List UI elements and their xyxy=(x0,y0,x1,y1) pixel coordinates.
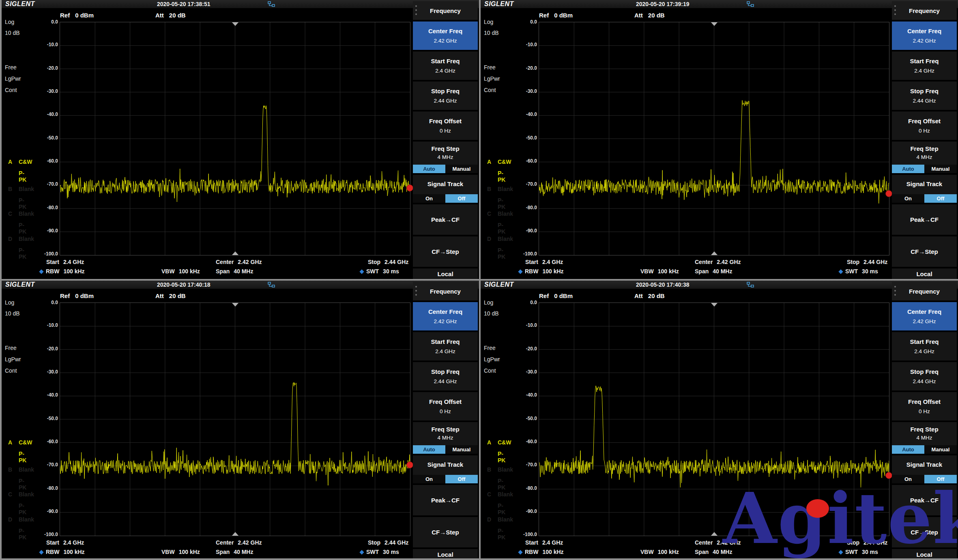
datetime-display: 2020-05-20 17:40:38 xyxy=(636,281,690,288)
softkey-freq-step[interactable]: Freq Step 4 MHz Auto Manual xyxy=(413,142,478,173)
trace-d-id: D xyxy=(8,236,12,242)
y-axis-tick: 0.0 xyxy=(24,19,58,25)
softkey-signal-track[interactable]: Signal Track On Off xyxy=(413,175,478,203)
softkey-start-freq[interactable]: Start Freq 2.4 GHz xyxy=(413,51,478,80)
att-label: Att xyxy=(634,12,643,19)
softkey-local[interactable]: Local xyxy=(413,549,478,558)
center-label: Center xyxy=(216,259,234,265)
softkey-peak-to-cf[interactable]: Peak→CF xyxy=(413,485,478,515)
freq-step-manual-button[interactable]: Manual xyxy=(445,165,478,173)
y-axis-tick: -30.0 xyxy=(24,88,58,94)
vbw-readout: VBW100 kHz xyxy=(640,268,679,275)
datetime-display: 2020-05-20 17:38:51 xyxy=(157,1,211,7)
spectrum-analyzer-screen: SIGLENT 2020-05-20 17:40:18 Ref0 dBm Att… xyxy=(2,281,479,558)
freq-step-manual-button[interactable]: Manual xyxy=(445,445,478,454)
coupling-diamond-icon xyxy=(838,269,843,274)
trace-c-detector: P-PK xyxy=(19,222,26,235)
center-value: 2.42 GHz xyxy=(238,539,262,546)
start-freq-value: 2.4 GHz xyxy=(435,348,455,354)
coupling-diamond-icon xyxy=(518,269,522,274)
freq-step-value: 4 MHz xyxy=(437,154,453,160)
softkey-start-freq[interactable]: Start Freq 2.4 GHz xyxy=(413,332,478,360)
softkey-freq-step[interactable]: Freq Step 4 MHz Auto Manual xyxy=(413,422,478,454)
softkey-local[interactable]: Local xyxy=(413,268,478,279)
freq-step-auto-button[interactable]: Auto xyxy=(413,165,445,173)
softkey-start-freq[interactable]: Start Freq 2.4 GHz xyxy=(892,51,957,80)
signal-track-off-button[interactable]: Off xyxy=(445,194,478,203)
freq-step-label: Freq Step xyxy=(910,145,938,152)
signal-track-on-button[interactable]: On xyxy=(413,194,445,203)
y-axis-tick: 0.0 xyxy=(24,300,58,305)
center-freq-readout: Center2.42 GHz xyxy=(216,539,262,546)
start-freq-readout: Start2.4 GHz xyxy=(46,539,84,546)
rbw-readout: RBW100 kHz xyxy=(519,268,564,275)
y-axis-tick: -40.0 xyxy=(24,392,58,398)
signal-track-on-button[interactable]: On xyxy=(892,194,924,203)
freq-step-auto-button[interactable]: Auto xyxy=(413,445,445,454)
trace-d-mode: Blank xyxy=(498,236,513,242)
titlebar: SIGLENT 2020-05-20 17:39:19 xyxy=(481,0,958,8)
freq-step-manual-button[interactable]: Manual xyxy=(924,165,957,173)
softkey-stop-freq[interactable]: Stop Freq 2.44 GHz xyxy=(413,362,478,390)
softkey-center-freq[interactable]: Center Freq 2.42 GHz xyxy=(413,21,478,50)
softkey-center-freq[interactable]: Center Freq 2.42 GHz xyxy=(892,302,957,330)
y-axis-tick: -20.0 xyxy=(503,346,537,352)
softkey-peak-to-cf[interactable]: Peak→CF xyxy=(892,204,957,235)
freq-step-value: 4 MHz xyxy=(916,435,932,441)
center-freq-marker-bottom-icon xyxy=(232,251,238,255)
menu-grip-dots xyxy=(894,5,896,15)
center-freq-label: Center Freq xyxy=(907,308,941,315)
span-value: 40 MHz xyxy=(234,549,253,555)
softkey-stop-freq[interactable]: Stop Freq 2.44 GHz xyxy=(892,362,957,390)
freq-offset-label: Freq Offset xyxy=(429,118,462,124)
center-value: 2.42 GHz xyxy=(717,259,741,265)
softkey-stop-freq[interactable]: Stop Freq 2.44 GHz xyxy=(892,82,957,110)
signal-track-on-button[interactable]: On xyxy=(413,475,445,483)
freq-step-auto-button[interactable]: Auto xyxy=(892,165,924,173)
softkey-cf-to-step[interactable]: CF→Step xyxy=(892,236,957,267)
swt-label: SWT xyxy=(366,268,379,275)
softkey-center-freq[interactable]: Center Freq 2.42 GHz xyxy=(413,302,478,330)
freq-step-auto-button[interactable]: Auto xyxy=(892,445,924,454)
softkey-cf-to-step[interactable]: CF→Step xyxy=(413,236,478,267)
softkey-center-freq[interactable]: Center Freq 2.42 GHz xyxy=(892,21,957,50)
softkey-freq-offset[interactable]: Freq Offset 0 Hz xyxy=(892,392,957,421)
attenuation: Att20 dB xyxy=(634,12,665,20)
softkey-local[interactable]: Local xyxy=(892,268,957,279)
start-label: Start xyxy=(46,539,59,546)
softkey-menu: Frequency Center Freq 2.42 GHz Start Fre… xyxy=(892,1,957,279)
softkey-menu: Frequency Center Freq 2.42 GHz Start Fre… xyxy=(413,1,478,279)
center-freq-marker-bottom-icon xyxy=(711,251,717,255)
vbw-value: 100 kHz xyxy=(179,549,200,555)
center-value: 2.42 GHz xyxy=(238,259,262,265)
menu-grip-dots xyxy=(415,286,417,296)
softkey-freq-step[interactable]: Freq Step 4 MHz Auto Manual xyxy=(892,422,957,454)
signal-track-off-button[interactable]: Off xyxy=(924,194,957,203)
softkey-freq-offset[interactable]: Freq Offset 0 Hz xyxy=(413,112,478,140)
spectrum-plot xyxy=(60,22,410,255)
trace-b-id: B xyxy=(487,466,491,473)
softkey-start-freq[interactable]: Start Freq 2.4 GHz xyxy=(892,332,957,360)
sweep-position-dot-icon xyxy=(406,461,413,468)
trace-b-mode: Blank xyxy=(19,186,34,192)
softkey-signal-track[interactable]: Signal Track On Off xyxy=(413,455,478,483)
trace-d-id: D xyxy=(487,516,491,523)
local-label: Local xyxy=(916,270,932,277)
y-axis-tick: -20.0 xyxy=(503,65,537,71)
sweep-position-dot-icon xyxy=(406,185,413,191)
softkey-stop-freq[interactable]: Stop Freq 2.44 GHz xyxy=(413,82,478,110)
coupling-diamond-icon xyxy=(39,550,43,554)
softkey-menu: Frequency Center Freq 2.42 GHz Start Fre… xyxy=(413,282,478,558)
signal-track-off-button[interactable]: Off xyxy=(445,475,478,483)
start-label: Start xyxy=(525,259,538,265)
softkey-freq-offset[interactable]: Freq Offset 0 Hz xyxy=(413,392,478,421)
amplitude-scale-label: Log xyxy=(484,299,493,306)
softkey-cf-to-step[interactable]: CF→Step xyxy=(413,517,478,547)
softkey-signal-track[interactable]: Signal Track On Off xyxy=(892,175,957,203)
softkey-peak-to-cf[interactable]: Peak→CF xyxy=(413,204,478,235)
y-axis-tick: -10.0 xyxy=(24,42,58,47)
softkey-freq-offset[interactable]: Freq Offset 0 Hz xyxy=(892,112,957,140)
freq-step-manual-button[interactable]: Manual xyxy=(924,445,957,454)
trace-b-detector: P-PK xyxy=(19,197,26,210)
softkey-freq-step[interactable]: Freq Step 4 MHz Auto Manual xyxy=(892,142,957,173)
